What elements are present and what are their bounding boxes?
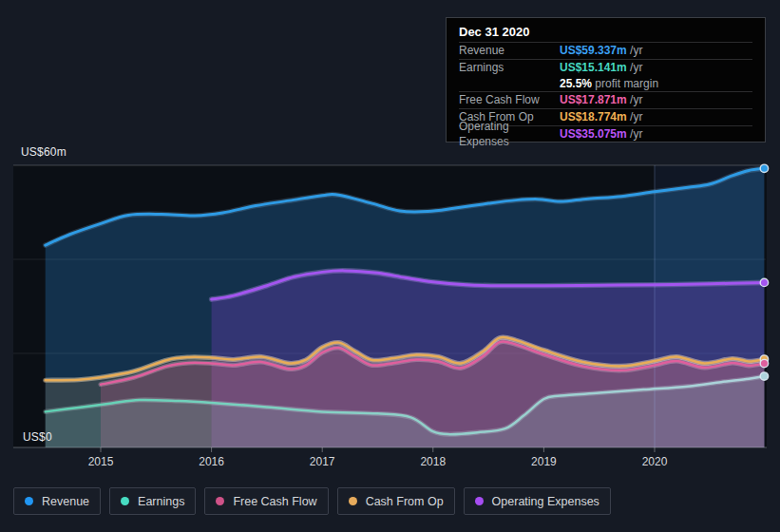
tooltip-row-label: Revenue <box>459 43 560 59</box>
tooltip-row-value: US$18.774m /yr <box>560 109 642 125</box>
tooltip-rows: RevenueUS$59.337m /yrEarningsUS$15.141m … <box>459 42 752 142</box>
x-axis-label-2019: 2019 <box>531 455 557 468</box>
legend-item-revenue[interactable]: Revenue <box>13 487 101 515</box>
tooltip-row-value: US$59.337m /yr <box>560 43 642 59</box>
legend-dot-icon <box>25 497 33 505</box>
legend-item-label: Free Cash Flow <box>233 495 316 508</box>
earnings-endpoint-marker[interactable] <box>760 372 768 380</box>
tooltip-row-value: US$17.871m /yr <box>560 92 642 108</box>
tooltip-row-label: Earnings <box>459 60 560 76</box>
x-axis-label-2016: 2016 <box>199 455 224 468</box>
legend-dot-icon <box>121 497 129 505</box>
y-axis-max-label: US$60m <box>21 145 67 159</box>
tooltip-row-label: Operating Expenses <box>459 119 560 151</box>
legend-dot-icon <box>216 497 224 505</box>
tooltip-row-label: Free Cash Flow <box>459 92 560 108</box>
x-axis-label-2015: 2015 <box>88 455 114 468</box>
legend-item-label: Revenue <box>42 495 89 508</box>
x-axis-label-2018: 2018 <box>420 455 446 468</box>
chart-legend: RevenueEarningsFree Cash FlowCash From O… <box>13 487 611 515</box>
legend-item-label: Operating Expenses <box>492 495 599 508</box>
tooltip-row-revenue: RevenueUS$59.337m /yr <box>459 42 752 59</box>
tooltip-row-value: US$15.141m /yr <box>560 60 642 76</box>
tooltip-row-earnings: EarningsUS$15.141m /yr <box>459 59 752 76</box>
tooltip-row-value: 25.5% profit margin <box>560 76 658 92</box>
hover-tooltip: Dec 31 2020 RevenueUS$59.337m /yrEarning… <box>446 17 766 142</box>
legend-item-label: Cash From Op <box>366 495 444 508</box>
tooltip-date: Dec 31 2020 <box>459 23 752 42</box>
legend-item-cash-from-op[interactable]: Cash From Op <box>337 487 455 515</box>
x-axis-label-2017: 2017 <box>310 455 335 468</box>
legend-item-label: Earnings <box>138 495 184 508</box>
tooltip-row-value: US$35.075m /yr <box>560 126 642 142</box>
revenue-endpoint-marker[interactable] <box>760 164 768 172</box>
free-cash-flow-endpoint-marker[interactable] <box>760 359 768 367</box>
legend-dot-icon <box>349 497 357 505</box>
legend-item-free-cash-flow[interactable]: Free Cash Flow <box>204 487 328 515</box>
x-axis-label-2020: 2020 <box>642 455 668 468</box>
legend-dot-icon <box>475 497 484 505</box>
legend-item-earnings[interactable]: Earnings <box>109 487 196 515</box>
legend-item-operating-expenses[interactable]: Operating Expenses <box>464 487 611 515</box>
tooltip-row-operating-expenses: Operating ExpensesUS$35.075m /yr <box>459 125 752 142</box>
tooltip-row-free-cash-flow: Free Cash FlowUS$17.871m /yr <box>459 91 752 108</box>
operating-expenses-endpoint-marker[interactable] <box>760 278 768 286</box>
tooltip-row-profit-margin: 25.5% profit margin <box>459 76 752 92</box>
y-axis-zero-label: US$0 <box>23 430 52 444</box>
chart-panel: US$60m US$0 201520162017201820192020 Dec… <box>0 0 780 532</box>
